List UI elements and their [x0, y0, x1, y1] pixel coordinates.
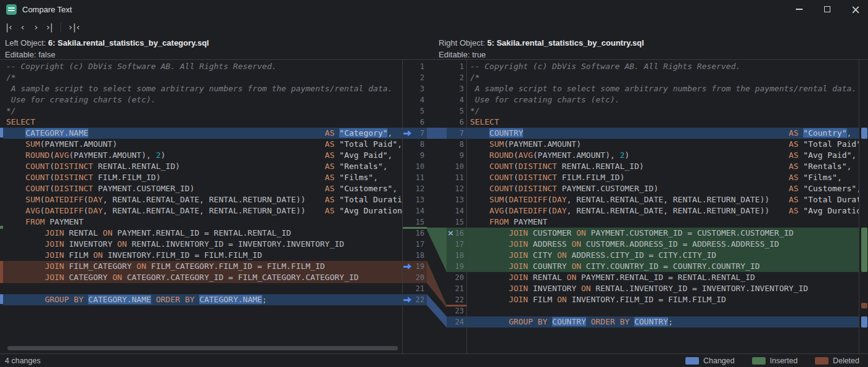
code-line: JOIN RENTAL ON PAYMENT.RENTAL_ID = RENTA…: [467, 272, 859, 283]
gutter-row: [403, 328, 427, 339]
gutter-row: 7: [403, 128, 427, 139]
legend-item-inserted: Inserted: [752, 357, 798, 365]
deleted-color-swatch: [815, 357, 829, 365]
line-number: 3: [413, 83, 427, 94]
line-number: 23: [455, 305, 466, 316]
stripe-mark-changed[interactable]: [861, 316, 867, 328]
line-number: 2: [455, 72, 466, 83]
gutter-row: ×16: [447, 228, 466, 239]
gutter-spacer: [447, 83, 455, 94]
minimize-icon: [796, 9, 803, 10]
gutter-spacer: [403, 228, 413, 239]
gutter-row: 5: [403, 105, 427, 117]
line-number: 1: [455, 61, 466, 72]
apply-change-arrow-icon[interactable]: [403, 294, 413, 305]
maximize-button[interactable]: [822, 4, 832, 14]
gutter-spacer: [447, 128, 455, 139]
gutter-row: 22: [403, 294, 427, 305]
code-line: FROM PAYMENT: [3, 216, 402, 228]
gutter-row: 18: [403, 250, 427, 261]
right-editor[interactable]: -- Copyright (c) DbVis Software AB. All …: [466, 60, 859, 353]
code-line: CATEGORY.NAME AS "Category",: [3, 128, 402, 139]
gutter-spacer: [447, 216, 455, 228]
stripe-mark-changed[interactable]: [861, 128, 867, 139]
line-number: 20: [413, 272, 427, 283]
code-line: [3, 316, 402, 328]
line-number: 12: [455, 183, 466, 194]
code-line: SELECT: [467, 117, 859, 128]
line-number: 4: [413, 94, 427, 105]
gutter-spacer: [447, 339, 455, 350]
revert-change-icon[interactable]: ×: [447, 228, 455, 239]
apply-change-arrow-icon[interactable]: [403, 261, 413, 272]
gutter-spacer: [447, 94, 455, 105]
left-horizontal-scrollbar[interactable]: [7, 346, 398, 350]
gutter-row: 14: [403, 205, 427, 216]
line-number: 17: [455, 239, 466, 250]
code-line: Use for creating charts (etc).: [3, 94, 402, 105]
code-line: COUNT(DISTINCT FILM.FILM_ID) AS "Films",: [467, 172, 859, 183]
gutter-spacer: [447, 283, 455, 294]
connector-changed-1: [427, 128, 447, 139]
toolbar-separator: [60, 22, 61, 32]
line-number: 24: [455, 316, 466, 328]
gutter-row: 1: [403, 61, 427, 72]
line-number: 19: [413, 261, 427, 272]
previous-change-button[interactable]: ‹: [16, 20, 29, 34]
code-line: A sample script to select some arbitrary…: [467, 83, 859, 94]
apply-all-changes-button[interactable]: ›|‹: [65, 20, 84, 34]
left-gutter: 12345678910111213141516171819202122: [403, 60, 427, 353]
next-change-button[interactable]: ›: [30, 20, 43, 34]
right-object-header: Right Object: 5: Sakila.rental_statistic…: [439, 38, 644, 60]
code-line: Use for creating charts (etc).: [467, 94, 859, 105]
code-line: JOIN FILM_CATEGORY ON FILM_CATEGORY.FILM…: [3, 261, 402, 272]
gutter-row: 12: [447, 183, 466, 194]
code-line: JOIN RENTAL ON PAYMENT.RENTAL_ID = RENTA…: [3, 228, 402, 239]
code-line: */: [3, 105, 402, 117]
line-number: 20: [455, 272, 466, 283]
gutter-spacer: [447, 272, 455, 283]
gutter-spacer: [447, 250, 455, 261]
minimize-button[interactable]: [794, 4, 804, 14]
changes-count: 4 changes: [5, 357, 41, 365]
left-editor[interactable]: -- Copyright (c) DbVis Software AB. All …: [3, 60, 403, 353]
gutter-row: 8: [403, 139, 427, 150]
gutter-row: 20: [447, 272, 466, 283]
gutter-spacer: [403, 94, 413, 105]
gutter-spacer: [447, 150, 455, 161]
code-line: COUNT(DISTINCT PAYMENT.CUSTOMER_ID) AS "…: [3, 183, 402, 194]
connector-inserted: [427, 228, 447, 272]
line-number: 9: [455, 150, 466, 161]
gutter-spacer: [403, 239, 413, 250]
gutter-row: 15: [447, 216, 466, 228]
gutter-row: 10: [447, 161, 466, 172]
statusbar: 4 changes Changed Inserted Deleted: [0, 353, 868, 367]
titlebar[interactable]: Compare Text ×: [0, 0, 868, 19]
line-number: 16: [455, 228, 466, 239]
gutter-spacer: [447, 294, 455, 305]
close-button[interactable]: ×: [851, 4, 861, 14]
code-line: FROM PAYMENT: [467, 216, 859, 228]
gutter-spacer: [447, 105, 455, 117]
apply-change-arrow-icon[interactable]: [403, 128, 413, 139]
stripe-mark-deleted[interactable]: [861, 303, 867, 308]
first-change-button[interactable]: |‹: [2, 20, 15, 34]
gutter-spacer: [403, 283, 413, 294]
code-line: JOIN CUSTOMER ON PAYMENT.CUSTOMER_ID = C…: [467, 228, 859, 239]
code-line: SUM(DATEDIFF(DAY, RENTAL.RENTAL_DATE, RE…: [467, 194, 859, 205]
line-number: 9: [413, 150, 427, 161]
last-change-button[interactable]: ›|: [43, 20, 56, 34]
right-change-stripe[interactable]: [859, 60, 868, 353]
stripe-mark-inserted[interactable]: [861, 228, 867, 272]
code-line: JOIN FILM ON INVENTORY.FILM_ID = FILM.FI…: [3, 250, 402, 261]
gutter-row: [447, 328, 466, 339]
maximize-icon: [824, 6, 830, 12]
code-line: [467, 328, 859, 339]
gutter-spacer: [447, 161, 455, 172]
left-object-name: 6: Sakila.rental_statistics_by_category.…: [48, 38, 209, 47]
gutter-spacer: [403, 139, 413, 150]
line-number: 21: [413, 283, 427, 294]
code-line: [3, 328, 402, 339]
line-number: 11: [413, 172, 427, 183]
gutter-spacer: [447, 117, 455, 128]
